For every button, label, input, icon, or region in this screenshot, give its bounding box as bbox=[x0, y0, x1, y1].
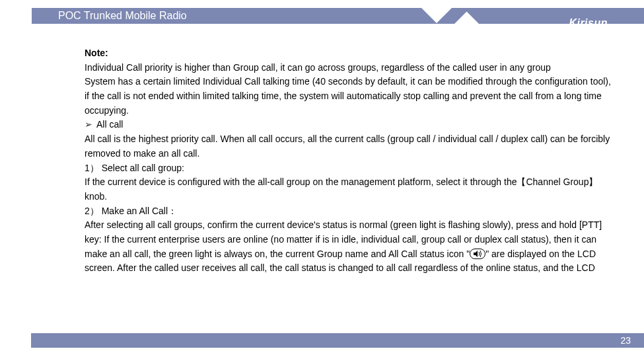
step-1-number: 1） bbox=[85, 163, 102, 173]
step-2-title: Make an All Call： bbox=[102, 206, 177, 216]
step-2-heading: 2） Make an All Call： bbox=[85, 204, 612, 219]
document-body: Note: Individual Call priority is higher… bbox=[0, 33, 644, 276]
header-logo-bar: Kirisun bbox=[479, 8, 644, 24]
step-2-number: 2） bbox=[85, 206, 102, 216]
header-title: POC Trunked Mobile Radio bbox=[58, 10, 187, 22]
footer-bar: 23 bbox=[31, 333, 644, 348]
note-paragraph-1: Individual Call priority is higher than … bbox=[85, 61, 612, 75]
step-1-title: Select all call group: bbox=[102, 163, 184, 173]
brand-logo: Kirisun bbox=[569, 17, 608, 29]
note-paragraph-2: System has a certain limited Individual … bbox=[85, 75, 612, 118]
allcall-status-icon bbox=[470, 249, 485, 259]
note-label: Note: bbox=[85, 48, 108, 58]
header-title-bar: POC Trunked Mobile Radio bbox=[32, 8, 421, 24]
step-2-paragraph: After selecting all call groups, confirm… bbox=[85, 218, 612, 276]
allcall-label: All call bbox=[96, 118, 123, 132]
step-1-heading: 1） Select all call group: bbox=[85, 161, 612, 176]
triangle-bullet-icon: ➢ bbox=[85, 118, 96, 132]
page-number: 23 bbox=[620, 335, 631, 346]
allcall-paragraph: All call is the highest priority call. W… bbox=[85, 132, 612, 161]
header: POC Trunked Mobile Radio Kirisun bbox=[0, 0, 644, 33]
step-1-paragraph: If the current device is configured with… bbox=[85, 175, 612, 204]
allcall-bullet: ➢ All call bbox=[85, 118, 612, 132]
